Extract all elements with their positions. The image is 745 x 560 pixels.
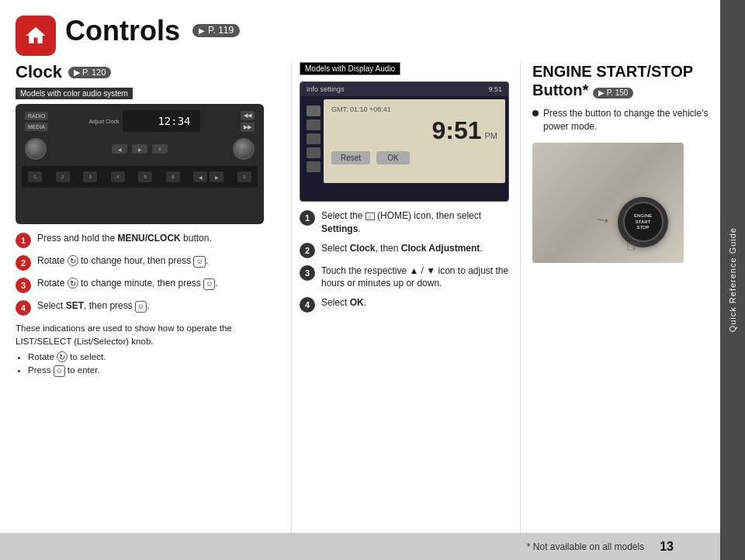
col-middle: Models with Display Audio Info settings … [291,62,520,544]
display-time-big: 9:51 [431,116,481,145]
info-bullet: Rotate ↻ to select. [28,351,279,364]
info-bullet: Press ☺ to enter. [28,364,279,378]
display-header: Info settings 9:51 [300,82,508,96]
radio-btn-right2: ▶▶ [241,123,255,132]
engine-button-text: ENGINESTARTSTOP [634,213,652,230]
engine-title: ENGINE START/STOP Button* ▶ P. 150 [532,62,714,99]
icon-menu3 [307,147,321,158]
bullet-dot [532,110,539,116]
step-item: 2 Rotate ↻ to change hour, then press ☺. [16,254,279,271]
info-bullets: Rotate ↻ to select. Press ☺ to enter. [28,351,279,378]
section-title-clock: Clock ▶ P. 120 [16,62,279,82]
sidebar-tab: Quick Reference Guide [720,0,745,560]
step-text-3: Rotate ↻ to change minute, then press ☺. [37,277,218,290]
icon-menu2 [307,133,321,144]
home-icon-box [16,16,56,56]
step-text-d2: Select Clock, then Clock Adjustment. [321,242,483,255]
radio-btn-media: MEDIA [25,123,48,131]
radio-btn-radio: RADIO [25,112,48,120]
page-ref-badge: ▶ P. 119 [192,24,240,37]
title-text: Controls [65,16,180,47]
radio-preset-row: 1 2 3 4 5 6 ◀ ▶ ≡ [22,166,258,188]
step-num-d3: 3 [300,265,315,281]
col-right: ENGINE START/STOP Button* ▶ P. 150 Press… [520,62,714,544]
step-item: 3 Rotate ↻ to change minute, then press … [16,277,279,293]
step-num-1: 1 [16,233,31,248]
step-num-2: 2 [16,255,31,271]
step-num-4: 4 [16,300,31,316]
engine-bullet: Press the button to change the vehicle's… [532,107,714,133]
display-time-row: 9:51 PM [331,116,497,145]
display-action-buttons: Reset OK [331,151,497,164]
home-icon [24,24,47,47]
icon-menu4 [307,161,321,172]
display-audio-label: Models with Display Audio [300,62,400,75]
step-item: 1 Press and hold the MENU/CLOCK button. [16,232,279,248]
engine-image: → ENGINESTARTSTOP ☞ [532,143,684,263]
step-item: 2 Select Clock, then Clock Adjustment. [300,242,512,258]
step-text-d1: Select the ⌂ (HOME) icon, then select Se… [321,209,512,236]
footer: * Not available on all models 13 [0,533,720,560]
hand-pointer-icon: ☞ [625,237,641,257]
step-item: 4 Select SET, then press ☺. [16,299,279,316]
color-audio-steps: 1 Press and hold the MENU/CLOCK button. … [16,232,279,316]
icon-home [307,105,321,116]
page-number: 13 [660,540,674,554]
display-reset-btn: Reset [331,151,370,164]
step-item: 1 Select the ⌂ (HOME) icon, then select … [300,209,512,236]
step-text-2: Rotate ↻ to change hour, then press ☺. [37,254,208,268]
step-num-d2: 2 [300,243,315,258]
step-item: 3 Touch the respective ▲ / ▼ icon to adj… [300,264,512,291]
icon-menu1 [307,119,321,130]
footer-note: * Not available on all models [527,541,644,552]
col-left: Clock ▶ P. 120 Models with color audio s… [16,62,291,544]
clock-title-text: Clock [16,62,62,82]
step-text-d3: Touch the respective ▲ / ▼ icon to adjus… [321,264,512,291]
info-note: These indications are used to show how t… [16,322,279,377]
display-ok-btn: OK [376,151,409,164]
step-num-d1: 1 [300,210,315,226]
color-audio-label: Models with color audio system [16,88,133,99]
step-item: 4 Select OK. [300,296,512,313]
engine-arrow: → [592,207,614,232]
step-text-d4: Select OK. [321,296,366,309]
display-audio-image: Info settings 9:51 GMT: 01:10 +08:41 [300,81,509,202]
display-pm: PM [485,131,498,140]
engine-bg [532,143,684,263]
radio-right-knob [233,138,255,160]
clock-ref-badge: ▶ P. 120 [68,67,111,78]
display-audio-steps: 1 Select the ⌂ (HOME) icon, then select … [300,209,512,313]
engine-bullet-text: Press the button to change the vehicle's… [543,107,714,133]
radio-display-time: 12:34 [123,110,200,132]
step-num-d4: 4 [300,297,315,313]
display-body: GMT: 01:10 +08:41 9:51 PM Reset OK [324,99,505,183]
radio-left-knob [25,138,47,160]
radio-sub-text: Adjust Clock [89,119,120,124]
page-title: Controls ▶ P. 119 [65,16,240,47]
step-text-4: Select SET, then press ☺. [37,299,150,313]
step-num-3: 3 [16,278,31,293]
title-ref-text: P. 119 [208,26,234,36]
display-gmt: GMT: 01:10 +08:41 [331,105,497,113]
radio-btn-right1: ◀◀ [241,111,255,120]
radio-image: RADIO MEDIA Adjust Clock 12:34 [16,104,264,224]
page-header: Controls ▶ P. 119 [16,16,714,56]
step-text-1: Press and hold the MENU/CLOCK button. [37,232,212,245]
engine-ref-badge: ▶ P. 150 [593,88,634,99]
sidebar-tab-text: Quick Reference Guide [728,227,737,332]
display-icons-left [307,105,321,172]
